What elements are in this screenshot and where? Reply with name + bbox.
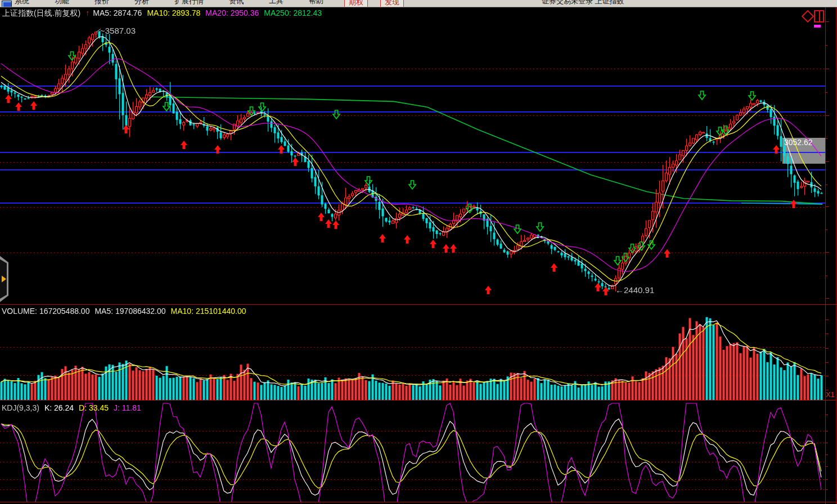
menu-hot-item[interactable]: 期权 <box>344 0 368 7</box>
menu-item[interactable]: 帮助 <box>309 0 323 6</box>
x1-scale-label: X1 <box>826 390 835 399</box>
ma-label: MA5: 2874.76 <box>93 8 142 17</box>
menu-item[interactable]: 资讯 <box>229 0 244 6</box>
kdj-label: KDJ(9,3,3) <box>2 403 39 412</box>
menu-item[interactable]: 扩展行情 <box>174 0 204 6</box>
menu-hot-items: 期权发现 <box>344 0 404 7</box>
symbol-title: 上证指数(日线.前复权) <box>2 8 80 17</box>
menu-item[interactable]: 报价 <box>94 0 109 6</box>
menu-hot-item[interactable]: 发现 <box>380 0 404 7</box>
ma-labels: MA5: 2874.76MA10: 2893.78MA20: 2950.36MA… <box>93 8 327 17</box>
menu-item[interactable]: 系统 <box>15 0 29 6</box>
ma-label: MA10: 2893.78 <box>147 8 200 17</box>
peak-price-label: ~3587.03 <box>100 26 136 35</box>
volume-label: MA5: 197086432.00 <box>94 307 165 316</box>
menu-item[interactable]: 分析 <box>134 0 149 6</box>
menu-items: 系统功能报价分析扩展行情资讯工具帮助 <box>15 0 323 6</box>
menu-item[interactable]: 工具 <box>269 0 284 6</box>
kdj-label: J: 11.81 <box>114 403 141 412</box>
trading-app-window: 系统功能报价分析扩展行情资讯工具帮助 期权发现 证券交易未登录 上证指数 上证指… <box>0 0 837 504</box>
sidebar-expand-handle[interactable] <box>0 256 8 302</box>
main-chart-title-row: 上证指数(日线.前复权)↑MA5: 2874.76MA10: 2893.78MA… <box>2 8 327 19</box>
volume-title-row: VOLUME: 167205488.00MA5: 197086432.00MA1… <box>2 307 251 316</box>
chart-canvas[interactable] <box>0 0 837 504</box>
menu-bar: 系统功能报价分析扩展行情资讯工具帮助 期权发现 证券交易未登录 上证指数 <box>0 0 837 7</box>
volume-label: MA10: 215101440.00 <box>171 307 246 316</box>
expand-arrow-icon <box>2 276 6 282</box>
ma-label: MA20: 2950.36 <box>205 8 259 17</box>
current-price-marker: 3052.62 <box>784 138 813 147</box>
kdj-label: D: 33.45 <box>79 403 109 412</box>
ma-label: MA250: 2812.43 <box>264 8 322 17</box>
restore-window-icon[interactable] <box>814 10 824 22</box>
menu-item[interactable]: 功能 <box>55 0 69 6</box>
volume-label: VOLUME: 167205488.00 <box>2 307 89 316</box>
kdj-title-row: KDJ(9,3,3)K: 26.24D: 33.45J: 11.81 <box>2 403 146 412</box>
magenta-marker-icon <box>814 25 821 28</box>
low-price-label: ←2440.91 <box>615 285 654 295</box>
kdj-label: K: 26.24 <box>44 403 74 412</box>
login-status-text[interactable]: 证券交易未登录 上证指数 <box>542 0 624 6</box>
up-arrow-icon: ↑ <box>86 8 89 17</box>
app-logo-icon[interactable] <box>2 1 12 7</box>
